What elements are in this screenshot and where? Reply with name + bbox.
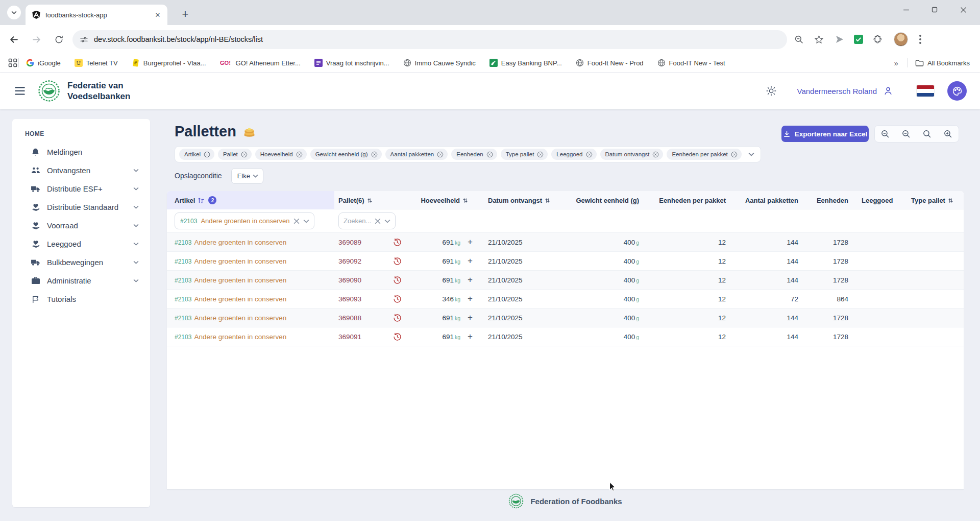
remove-chip-icon[interactable] (652, 151, 659, 158)
column-header-gewicht[interactable]: Gewicht eenheid (g) (572, 197, 648, 204)
column-header-artikel[interactable]: Artikel 2 (167, 191, 334, 209)
storage-condition-select[interactable]: Elke (231, 168, 263, 184)
chevron-down-icon[interactable] (748, 152, 754, 156)
user-menu[interactable]: Vandermeersch Roland (797, 87, 877, 96)
tab-search-button[interactable] (7, 6, 21, 19)
close-window-button[interactable] (957, 3, 970, 16)
column-header-eenheden-per-pakket[interactable]: Eenheden per pakket (648, 197, 735, 204)
history-icon[interactable] (393, 257, 402, 266)
column-header-type-pallet[interactable]: Type pallet (903, 197, 964, 204)
column-header-pallet[interactable]: Pallet(6) (334, 197, 411, 204)
bookmark-item[interactable]: Burgerprofiel - Vlaa... (132, 59, 206, 67)
sidebar-item-ontvangsten[interactable]: Ontvangsten (12, 161, 150, 179)
remove-chip-icon[interactable] (371, 151, 378, 158)
filter-chip[interactable]: Artikel (179, 149, 214, 160)
remove-chip-icon[interactable] (486, 151, 493, 158)
sidebar-item-distributie-standaard[interactable]: Distributie Standaard (12, 198, 150, 216)
add-icon[interactable]: + (460, 313, 480, 323)
remove-chip-icon[interactable] (586, 151, 593, 158)
column-header-aantal-pakketten[interactable]: Aantal pakketten (735, 197, 806, 204)
history-icon[interactable] (393, 295, 402, 303)
theme-palette-button[interactable] (947, 81, 967, 101)
filter-chip[interactable]: Type pallet (501, 149, 548, 160)
remove-chip-icon[interactable] (296, 151, 303, 158)
language-flag-nl[interactable] (917, 85, 934, 97)
history-icon[interactable] (393, 276, 402, 285)
all-bookmarks-button[interactable]: All Bookmarks (915, 59, 970, 67)
history-icon[interactable] (393, 238, 402, 247)
remove-chip-icon[interactable] (204, 151, 210, 158)
send-extension-icon[interactable] (835, 35, 844, 44)
sidebar-item-distributie-esf-[interactable]: Distributie ESF+ (12, 179, 150, 198)
add-icon[interactable]: + (460, 331, 480, 342)
pallet-number[interactable]: 369093 (338, 295, 361, 303)
bookmark-item[interactable]: Food-IT New - Test (657, 59, 725, 67)
forward-button[interactable] (28, 31, 45, 48)
remove-chip-icon[interactable] (241, 151, 248, 158)
bookmark-item[interactable]: Easy Banking BNP... (489, 59, 562, 67)
chevron-down-icon[interactable] (303, 219, 309, 223)
pallet-number[interactable]: 369091 (338, 333, 361, 341)
hamburger-menu-icon[interactable] (13, 84, 27, 98)
filter-chip[interactable]: Eenheden (451, 149, 497, 160)
theme-toggle-sun-icon[interactable] (766, 85, 777, 97)
tab-close-icon[interactable]: ✕ (153, 10, 162, 19)
search-icon[interactable] (917, 126, 938, 142)
bookmark-item[interactable]: GO!GO! Atheneum Etter... (220, 59, 301, 67)
pallet-number[interactable]: 369089 (338, 239, 361, 246)
history-icon[interactable] (393, 333, 402, 341)
pallet-search-input[interactable]: Zoeken... (338, 212, 396, 229)
export-excel-button[interactable]: Exporteren naar Excel (781, 126, 869, 142)
sidebar-item-tutorials[interactable]: Tutorials (12, 290, 150, 308)
artikel-filter-chip[interactable]: #2103 Andere groenten in conserven (175, 212, 314, 229)
filter-chip[interactable]: Datum ontvangst (600, 149, 664, 160)
check-extension-icon[interactable] (854, 35, 863, 44)
minimize-button[interactable] (899, 3, 913, 16)
column-header-datum[interactable]: Datum ontvangst (480, 197, 572, 204)
pallet-number[interactable]: 369088 (338, 314, 361, 322)
sidebar-item-voorraad[interactable]: Voorraad (12, 216, 150, 234)
filter-chip[interactable]: Hoeveelheid (255, 149, 307, 160)
address-bar[interactable]: dev.stock.foodbanksit.be/stock/app/nl-BE… (72, 30, 787, 49)
site-settings-icon[interactable] (80, 35, 88, 44)
bookmark-star-icon[interactable] (814, 35, 824, 44)
extensions-puzzle-icon[interactable] (873, 35, 883, 44)
new-tab-button[interactable]: + (178, 7, 193, 22)
remove-chip-icon[interactable] (731, 151, 738, 158)
column-header-eenheden[interactable]: Eenheden (806, 197, 857, 204)
maximize-button[interactable] (928, 3, 941, 16)
person-icon[interactable] (883, 86, 893, 96)
add-icon[interactable]: + (460, 237, 480, 247)
reload-button[interactable] (50, 31, 67, 48)
bookmark-item[interactable]: Food-It New - Prod (576, 59, 644, 67)
filter-chip[interactable]: Leeggoed (551, 149, 596, 160)
add-icon[interactable]: + (460, 294, 480, 304)
back-button[interactable] (5, 31, 22, 48)
bookmark-item[interactable]: iGoogle (26, 59, 61, 67)
chevron-down-icon[interactable] (384, 219, 390, 223)
profile-avatar[interactable] (894, 32, 908, 46)
bookmark-item[interactable]: Vraag tot inschrijvin... (314, 59, 389, 67)
column-header-leeggoed[interactable]: Leeggoed (857, 197, 903, 204)
zoom-in-icon[interactable] (938, 126, 959, 142)
filter-chip[interactable]: Eenheden per pakket (667, 149, 741, 160)
sidebar-item-leeggoed[interactable]: Leeggoed (12, 234, 150, 253)
column-header-hoeveelheid[interactable]: Hoeveelheid (411, 197, 480, 204)
history-icon[interactable] (393, 314, 402, 322)
pallet-number[interactable]: 369090 (338, 276, 361, 284)
bookmark-item[interactable]: Telenet TV (75, 59, 118, 67)
filter-chip[interactable]: Aantal pakketten (385, 149, 448, 160)
sidebar-item-meldingen[interactable]: Meldingen (12, 143, 150, 161)
pallet-number[interactable]: 369092 (338, 257, 361, 265)
bookmark-item[interactable]: Immo Cauwe Syndic (403, 59, 476, 67)
remove-chip-icon[interactable] (537, 151, 544, 158)
clear-filter-icon[interactable] (293, 218, 300, 224)
apps-grid-icon[interactable] (8, 58, 17, 67)
filter-chip[interactable]: Pallet (218, 149, 252, 160)
browser-menu-icon[interactable] (916, 32, 924, 47)
add-icon[interactable]: + (460, 256, 480, 266)
browser-tab[interactable]: foodbanks-stock-app ✕ (26, 5, 167, 25)
bookmarks-overflow-icon[interactable]: » (894, 59, 898, 67)
zoom-out-icon[interactable] (875, 126, 896, 142)
remove-chip-icon[interactable] (437, 151, 444, 158)
